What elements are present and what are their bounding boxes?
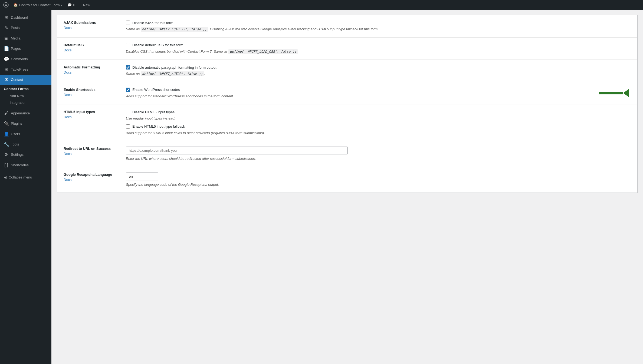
main-content: AJAX Submissions Docs Disable AJAX for t… [51, 10, 643, 364]
ajax-submissions-row: AJAX Submissions Docs Disable AJAX for t… [57, 15, 637, 38]
comments-icon: 💬 [67, 3, 72, 7]
html5-content: Disable HTML5 input types Use regular in… [126, 110, 631, 135]
recaptcha-docs[interactable]: Docs [64, 178, 118, 182]
auto-formatting-row: Automatic Formatting Docs Disable automa… [57, 60, 637, 82]
html5-description1: Use regular input types instead. [126, 116, 631, 121]
shortcodes-docs[interactable]: Docs [64, 93, 118, 97]
tools-icon: 🔧 [4, 141, 9, 147]
sidebar-item-comments[interactable]: 💬 Comments [0, 54, 51, 64]
css-checkbox-row: Disable default CSS for this form [126, 43, 631, 47]
redirect-docs[interactable]: Docs [64, 152, 118, 156]
shortcodes-icon: [ ] [4, 162, 9, 168]
comments-nav-icon: 💬 [4, 56, 9, 62]
svg-text:W: W [5, 4, 7, 6]
html5-checkbox1-row: Disable HTML5 input types [126, 110, 631, 114]
recaptcha-content: Specify the language code of the Google … [126, 173, 631, 187]
shortcodes-checkbox[interactable] [126, 88, 130, 92]
sidebar-item-shortcodes[interactable]: [ ] Shortcodes [0, 160, 51, 170]
sidebar-item-pages[interactable]: 📄 Pages [0, 44, 51, 54]
layout: ⊞ Dashboard ✎ Posts ▣ Media 📄 Pages 💬 Co… [0, 10, 643, 364]
sidebar-item-dashboard[interactable]: ⊞ Dashboard [0, 12, 51, 23]
html5-row: HTML5 input types Docs Disable HTML5 inp… [57, 104, 637, 141]
users-icon: 👤 [4, 131, 9, 137]
sidebar: ⊞ Dashboard ✎ Posts ▣ Media 📄 Pages 💬 Co… [0, 10, 51, 364]
recaptcha-label: Google Recaptcha Language Docs [64, 173, 118, 187]
wp-logo-button[interactable]: W [3, 2, 9, 8]
recaptcha-row: Google Recaptcha Language Docs Specify t… [57, 167, 637, 193]
redirect-content: Enter the URL where users should be redi… [126, 147, 631, 161]
css-description: Disables CSS that comes bundled with Con… [126, 49, 631, 54]
sidebar-item-appearance[interactable]: 🖌 Appearance [0, 108, 51, 118]
ajax-content: Disable AJAX for this form Same as defin… [126, 21, 631, 32]
redirect-url-input[interactable] [126, 147, 348, 154]
html5-checkbox2[interactable] [126, 124, 130, 129]
tablepress-icon: ⊞ [4, 67, 9, 72]
sidebar-item-tools[interactable]: 🔧 Tools [0, 139, 51, 150]
dashboard-icon: ⊞ [4, 15, 9, 21]
formatting-checkbox[interactable] [126, 65, 130, 70]
contact-icon: ✉ [4, 77, 9, 83]
collapse-icon: ◀ [4, 175, 6, 179]
css-label: Default CSS Docs [64, 43, 118, 54]
redirect-row: Redirect to URL on Success Docs Enter th… [57, 141, 637, 167]
sidebar-item-posts[interactable]: ✎ Posts [0, 23, 51, 33]
ajax-docs[interactable]: Docs [64, 26, 118, 30]
top-bar: W 🏠 Controls for Contact Form 7 💬 0 + Ne… [0, 0, 643, 10]
recaptcha-language-input[interactable] [126, 173, 158, 180]
html5-docs[interactable]: Docs [64, 115, 118, 119]
sidebar-item-media[interactable]: ▣ Media [0, 33, 51, 44]
formatting-content: Disable automatic paragraph formatting i… [126, 65, 631, 77]
sidebar-item-plugins[interactable]: 🔌 Plugins [0, 118, 51, 129]
default-css-row: Default CSS Docs Disable default CSS for… [57, 38, 637, 60]
html5-checkbox1[interactable] [126, 110, 130, 114]
sidebar-item-settings[interactable]: ⚙ Settings [0, 150, 51, 160]
css-checkbox[interactable] [126, 43, 130, 47]
css-content: Disable default CSS for this form Disabl… [126, 43, 631, 54]
shortcodes-checkbox-label[interactable]: Enable WordPress shortcodes [132, 88, 180, 92]
shortcodes-title: Enable Shortcodes [64, 88, 118, 92]
recaptcha-title: Google Recaptcha Language [64, 173, 118, 177]
redirect-label: Redirect to URL on Success Docs [64, 147, 118, 161]
formatting-title: Automatic Formatting [64, 65, 118, 69]
media-icon: ▣ [4, 35, 9, 41]
ajax-title: AJAX Submissions [64, 21, 118, 25]
arrow-annotation [599, 89, 629, 97]
comments-button[interactable]: 💬 0 [67, 3, 75, 7]
formatting-description: Same as define( 'WPCF7_AUTOP', false );. [126, 71, 631, 77]
new-button[interactable]: + New [80, 3, 90, 7]
html5-label: HTML5 input types Docs [64, 110, 118, 135]
shortcodes-row: Enable Shortcodes Docs Enable WordPress … [57, 82, 637, 105]
css-checkbox-label[interactable]: Disable default CSS for this form [132, 43, 183, 47]
formatting-checkbox-label[interactable]: Disable automatic paragraph formatting i… [132, 65, 216, 70]
css-title: Default CSS [64, 43, 118, 47]
html5-title: HTML5 input types [64, 110, 118, 114]
shortcodes-label: Enable Shortcodes Docs [64, 88, 118, 99]
formatting-docs[interactable]: Docs [64, 70, 118, 74]
sidebar-sub-add-new[interactable]: Add New [0, 92, 51, 99]
settings-container: AJAX Submissions Docs Disable AJAX for t… [57, 15, 638, 193]
ajax-description: Same as define( 'WPCF7_LOAD_JS', false )… [126, 27, 631, 32]
formatting-checkbox-row: Disable automatic paragraph formatting i… [126, 65, 631, 70]
contact-forms-header: Contact Forms [0, 85, 51, 92]
collapse-menu-button[interactable]: ◀ Collapse menu [0, 173, 51, 181]
html5-checkbox1-label[interactable]: Disable HTML5 input types [132, 110, 175, 114]
sidebar-item-contact[interactable]: ✉ Contact [0, 75, 51, 85]
css-docs[interactable]: Docs [64, 48, 118, 52]
site-name[interactable]: 🏠 Controls for Contact Form 7 [14, 3, 63, 7]
redirect-title: Redirect to URL on Success [64, 147, 118, 151]
sidebar-sub-integration[interactable]: Integration [0, 99, 51, 106]
shortcodes-content: Enable WordPress shortcodes Adds support… [126, 88, 631, 99]
recaptcha-description: Specify the language code of the Google … [126, 182, 631, 187]
ajax-checkbox[interactable] [126, 21, 130, 25]
pages-icon: 📄 [4, 46, 9, 52]
ajax-checkbox-row: Disable AJAX for this form [126, 21, 631, 25]
html5-description2: Adds support for HTML5 input fields to o… [126, 130, 631, 136]
sidebar-item-users[interactable]: 👤 Users [0, 129, 51, 139]
sidebar-item-tablepress[interactable]: ⊞ TablePress [0, 64, 51, 75]
shortcodes-description: Adds support for standard WordPress shor… [126, 94, 631, 99]
posts-icon: ✎ [4, 25, 9, 31]
ajax-checkbox-label[interactable]: Disable AJAX for this form [132, 21, 173, 25]
shortcodes-checkbox-row: Enable WordPress shortcodes [126, 88, 631, 92]
home-icon: 🏠 [14, 3, 18, 7]
html5-checkbox2-label[interactable]: Enable HTML5 input type fallback [132, 124, 185, 128]
